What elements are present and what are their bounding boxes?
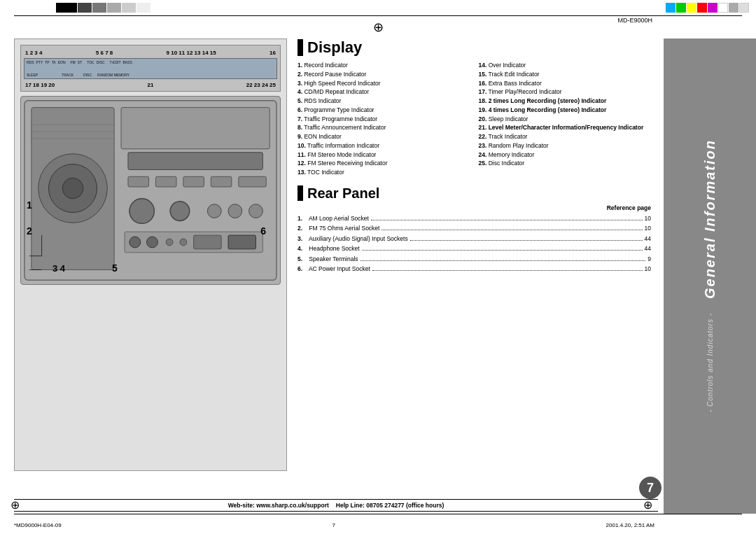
display-item-4: 4. CD/MD Repeat Indicator	[298, 87, 470, 97]
color-block-lighter	[122, 3, 136, 13]
display-item-9: 9. EON Indicator	[298, 132, 470, 141]
right-content-panel: Display 1. Record Indicator 2. Record Pa…	[290, 38, 658, 471]
dots	[382, 230, 642, 230]
model-number: MD-E9000H	[617, 17, 652, 24]
rear-panel-items: 1. AM Loop Aerial Socket 10 2. FM 75 Ohm…	[298, 213, 651, 274]
device-top-unit: 1 2 3 4 5 6 7 8 9 10 11 12 13 14 15 16 R…	[20, 45, 281, 92]
rear-panel-section: Rear Panel Reference page 1. AM Loop Aer…	[298, 185, 651, 274]
rear-item-2: 2. FM 75 Ohms Aerial Socket 10	[298, 223, 651, 233]
display-labels-bottom: SLEEP TRACK DISC RANDOM MEMORY	[27, 73, 130, 77]
color-block-mid	[92, 3, 106, 13]
display-item-6: 6. Programme Type Indicator	[298, 106, 470, 115]
device-sketch-svg	[21, 97, 280, 284]
dots	[362, 250, 643, 251]
device-label-3: 3 4	[52, 263, 65, 274]
svg-rect-8	[121, 108, 270, 149]
display-labels: RDSPTYTPTAEON FMST TOCDISC T-EDITBASS	[27, 60, 274, 64]
display-item-17: 17. Timer Play/Record Indicator	[479, 87, 652, 97]
device-bottom-unit: 1 2 3 4 5 6	[20, 96, 281, 285]
color-red	[697, 3, 707, 13]
display-item-18: 18. 2 times Long Recording (stereo) Indi…	[479, 97, 652, 106]
rear-item-5: 5. Speaker Terminals 9	[298, 254, 651, 264]
display-item-25: 25. Disc Indicator	[479, 159, 652, 168]
device-label-5: 5	[112, 262, 118, 274]
svg-point-17	[207, 204, 221, 218]
svg-rect-11	[155, 176, 176, 187]
display-item-19: 19. 4 times Long Recording (stereo) Indi…	[479, 106, 652, 115]
color-block-light	[107, 3, 121, 13]
color-gray	[729, 3, 738, 13]
display-section-title: Display	[298, 38, 651, 57]
svg-point-18	[228, 204, 242, 218]
display-item-8: 8. Traffic Announcement Indicator	[298, 123, 470, 132]
sidebar-subtitle: - Controls and Indicators -	[706, 313, 714, 412]
rear-panel-title: Rear Panel	[298, 185, 651, 202]
rear-title-marker	[298, 185, 303, 201]
sidebar-title: General Information	[702, 139, 718, 299]
svg-point-4	[62, 178, 83, 199]
display-item-14: 14. Over Indicator	[479, 61, 652, 70]
display-item-24: 24. Memory Indicator	[479, 150, 652, 160]
svg-point-16	[170, 202, 190, 221]
helpline-label: Help Line: 08705 274277 (office hours)	[336, 502, 444, 509]
display-item-21: 21. Level Meter/Character Information/Fr…	[479, 123, 652, 132]
color-green	[676, 3, 686, 13]
dots	[371, 220, 643, 220]
doc-date: 2001.4.20, 2:51 AM	[606, 522, 654, 528]
display-item-7: 7. Traffic Programme Indicator	[298, 115, 470, 124]
color-block-white	[136, 3, 150, 13]
svg-point-22	[147, 237, 158, 248]
svg-point-21	[130, 237, 141, 248]
color-white	[718, 3, 728, 13]
rear-item-3: 3. Auxiliary (Audio Signal) Input Socket…	[298, 234, 651, 244]
svg-point-23	[166, 239, 173, 246]
device-display-strip: RDSPTYTPTAEON FMST TOCDISC T-EDITBASS SL…	[24, 58, 277, 79]
device-label-2: 2	[27, 225, 32, 237]
doc-code: *MD9000H-E04-09	[14, 522, 62, 528]
display-item-20: 20. Sleep Indicator	[479, 115, 652, 124]
device-label-6: 6	[260, 225, 266, 237]
right-sidebar: General Information - Controls and Indic…	[664, 38, 756, 514]
top-color-bar-right	[666, 3, 749, 13]
page-number-circle: 7	[639, 477, 662, 499]
top-crosshair: ⊕	[373, 20, 384, 35]
display-section: Display 1. Record Indicator 2. Record Pa…	[298, 38, 651, 177]
display-item-12: 12. FM Stereo Receiving Indicator	[298, 159, 470, 168]
rear-item-1: 1. AM Loop Aerial Socket 10	[298, 213, 651, 223]
dots	[360, 260, 646, 261]
svg-rect-14	[239, 176, 266, 187]
rear-item-4: 4. Headphone Socket 44	[298, 244, 651, 253]
bottom-footer: *MD9000H-E04-09 7 2001.4.20, 2:51 AM	[14, 522, 654, 528]
title-marker	[298, 39, 303, 56]
dots	[372, 270, 643, 271]
display-item-2: 2. Record Pause Indicator	[298, 70, 470, 79]
svg-point-24	[180, 239, 187, 246]
display-item-10: 10. Traffic Information Indicator	[298, 141, 470, 150]
svg-rect-10	[128, 176, 149, 187]
website-label: Web-site: www.sharp.co.uk/support	[228, 502, 329, 509]
device-numbers-bottom-row: 17 18 19 20 21 22 23 24 25	[24, 82, 277, 88]
color-yellow	[687, 3, 696, 13]
svg-rect-26	[228, 235, 255, 249]
device-label-1: 1	[27, 199, 32, 211]
display-item-3: 3. High Speed Record Indicator	[298, 79, 470, 88]
ref-page-label: Reference page	[298, 204, 651, 211]
display-item-1: 1. Record Indicator	[298, 61, 470, 70]
display-col-left: 1. Record Indicator 2. Record Pause Indi…	[298, 61, 470, 177]
doc-page: 7	[332, 522, 335, 528]
bottom-line	[14, 514, 742, 514]
svg-rect-12	[183, 176, 204, 187]
svg-point-19	[249, 204, 263, 218]
color-lightgray	[739, 3, 749, 13]
display-item-16: 16. Extra Bass Indicator	[479, 79, 652, 88]
color-magenta	[708, 3, 718, 13]
top-blocks-left	[56, 3, 150, 13]
display-item-11: 11. FM Stereo Mode Indicator	[298, 150, 470, 160]
svg-rect-13	[211, 176, 232, 187]
dots	[410, 240, 643, 241]
display-item-13: 13. TOC Indicator	[298, 168, 470, 177]
color-block-black	[56, 3, 77, 13]
display-item-22: 22. Track Indicator	[479, 132, 652, 141]
display-item-5: 5. RDS Indicator	[298, 97, 470, 106]
device-numbers-top: 1 2 3 4 5 6 7 8 9 10 11 12 13 14 15 16	[24, 50, 277, 56]
